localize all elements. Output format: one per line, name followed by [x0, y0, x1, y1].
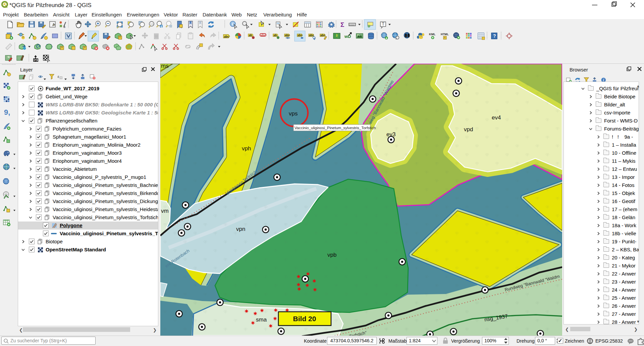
svg-text:ab: ab: [274, 34, 277, 37]
svg-text:?: ?: [493, 33, 496, 39]
svg-text:*: *: [84, 46, 86, 50]
svg-text:abc: abc: [298, 34, 303, 37]
svg-text:wD: wD: [344, 34, 351, 39]
svg-text:HTML: HTML: [441, 33, 449, 36]
svg-text:1:1: 1:1: [150, 23, 154, 25]
svg-text:abc: abc: [320, 34, 325, 37]
svg-text:Bild 20: Bild 20: [293, 315, 316, 323]
svg-text:ab: ab: [249, 34, 252, 37]
svg-text:9,: 9,: [4, 108, 10, 116]
svg-text:T: T: [382, 22, 385, 27]
svg-text:*: *: [444, 36, 445, 40]
svg-text:a: a: [63, 25, 65, 29]
svg-text:abc: abc: [285, 34, 290, 37]
svg-text:Vaccinio_uliginosi_Pinetum_syl: Vaccinio_uliginosi_Pinetum_sylvestris_To…: [294, 126, 376, 130]
svg-text:●: ●: [35, 59, 37, 61]
svg-text:*: *: [61, 46, 63, 50]
svg-text:ε: ε: [58, 75, 59, 79]
svg-text:*: *: [119, 36, 121, 40]
svg-text:abc: abc: [261, 34, 266, 37]
svg-text:Σ: Σ: [340, 21, 344, 28]
svg-text:KML: KML: [429, 33, 436, 36]
svg-text:abc: abc: [224, 35, 229, 38]
svg-text:abc: abc: [309, 34, 314, 37]
svg-text:i: i: [232, 21, 233, 27]
svg-text:*: *: [22, 36, 24, 40]
